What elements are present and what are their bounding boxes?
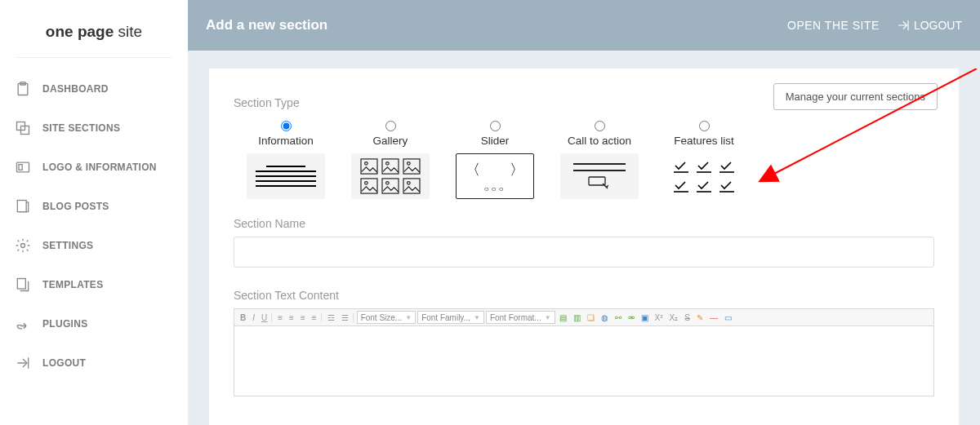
sidebar-item-label: PLUGINS <box>42 318 87 330</box>
bg-color-button[interactable]: ◍ <box>599 313 611 322</box>
editor-body[interactable] <box>234 326 934 396</box>
type-illustration-cta <box>560 153 639 199</box>
ordered-list-button[interactable]: ☲ <box>325 313 337 322</box>
section-types: Information Gallery <box>234 116 934 199</box>
svg-rect-19 <box>403 179 420 193</box>
type-label: Gallery <box>338 135 443 147</box>
italic-button[interactable]: I <box>250 313 257 322</box>
type-illustration-slider: 〈〉 ○○○ <box>456 153 534 199</box>
svg-rect-5 <box>19 165 22 170</box>
type-radio-gallery[interactable] <box>385 121 396 131</box>
svg-point-7 <box>21 244 25 248</box>
editor-toolbar: B I U ≡ ≡ ≡ ≡ ☲ ☰ Font Size...▼ Font Fam… <box>234 308 934 326</box>
font-size-select[interactable]: Font Size...▼ <box>357 311 416 324</box>
superscript-button[interactable]: X² <box>653 313 666 322</box>
svg-point-16 <box>365 182 368 185</box>
sidebar-item-templates[interactable]: TEMPLATES <box>0 265 188 304</box>
clipboard-icon <box>15 81 31 97</box>
type-gallery[interactable]: Gallery <box>338 116 443 199</box>
sidebar-item-label: TEMPLATES <box>42 279 103 290</box>
page-title: Add a new section <box>206 17 771 33</box>
type-label: Information <box>234 135 338 147</box>
type-label: Slider <box>443 135 547 147</box>
font-format-select[interactable]: Font Format...▼ <box>486 311 555 324</box>
blog-icon <box>15 198 31 215</box>
svg-point-12 <box>386 162 390 166</box>
text-color-button[interactable]: ❏ <box>585 313 597 322</box>
svg-point-20 <box>408 182 411 185</box>
type-information[interactable]: Information <box>234 116 338 199</box>
sidebar-item-blog[interactable]: BLOG POSTS <box>0 187 188 226</box>
type-radio-features[interactable] <box>699 121 710 131</box>
align-justify-button[interactable]: ≡ <box>310 313 322 322</box>
svg-rect-15 <box>361 179 377 193</box>
sidebar-item-dashboard[interactable]: DASHBOARD <box>0 69 188 108</box>
logo-bold: one page <box>46 23 114 40</box>
logout-icon <box>15 355 31 371</box>
type-radio-information[interactable] <box>281 121 292 131</box>
type-cta[interactable]: Call to action <box>547 116 652 199</box>
font-family-select[interactable]: Font Family...▼ <box>417 311 484 324</box>
section-name-input[interactable] <box>234 237 934 268</box>
media-button[interactable]: ▭ <box>722 313 734 322</box>
type-radio-slider[interactable] <box>490 121 501 131</box>
svg-rect-6 <box>17 201 26 212</box>
gear-icon <box>15 237 31 254</box>
sidebar-item-logo-info[interactable]: LOGO & INFORMATION <box>0 148 188 187</box>
subscript-button[interactable]: X₂ <box>667 313 681 322</box>
hr-button[interactable]: — <box>707 313 720 322</box>
type-illustration-features <box>665 153 743 199</box>
sidebar-item-label: BLOG POSTS <box>42 201 109 212</box>
type-label: Features list <box>652 135 756 147</box>
sidebar-item-logout[interactable]: LOGOUT <box>0 343 188 383</box>
align-left-button[interactable]: ≡ <box>275 313 285 322</box>
unlink-button[interactable]: ⚮ <box>626 313 637 322</box>
logo: one page site <box>0 16 188 57</box>
sidebar-item-label: LOGOUT <box>42 357 86 369</box>
type-label: Call to action <box>547 135 652 147</box>
open-site-link[interactable]: OPEN THE SITE <box>787 19 880 32</box>
sidebar-item-label: DASHBOARD <box>42 83 109 95</box>
manage-sections-button[interactable]: Manage your current sections <box>773 83 938 110</box>
type-illustration-information <box>247 153 325 199</box>
sections-icon <box>15 120 31 136</box>
plugins-icon <box>15 316 31 332</box>
link-button[interactable]: ⚯ <box>612 313 624 322</box>
sidebar: one page site DASHBOARD SITE SECTIONS LO… <box>0 0 188 425</box>
sidebar-item-sections[interactable]: SITE SECTIONS <box>0 108 188 148</box>
logo-light: site <box>114 23 142 40</box>
strikethrough-button[interactable]: S <box>682 313 693 322</box>
type-radio-cta[interactable] <box>595 121 605 131</box>
topbar-logout[interactable]: LOGOUT <box>896 18 962 33</box>
section-name-label: Section Name <box>234 217 934 230</box>
sidebar-item-label: LOGO & INFORMATION <box>42 162 157 173</box>
type-features[interactable]: Features list <box>652 116 756 199</box>
svg-point-18 <box>386 182 390 185</box>
svg-rect-17 <box>382 179 399 193</box>
divider <box>16 57 172 58</box>
svg-point-10 <box>365 162 368 166</box>
unordered-list-button[interactable]: ☰ <box>339 313 354 322</box>
sidebar-item-settings[interactable]: SETTINGS <box>0 226 188 265</box>
underline-button[interactable]: U <box>259 313 272 322</box>
templates-icon <box>15 277 31 293</box>
image-button[interactable]: ▣ <box>639 313 651 322</box>
logout-icon <box>896 18 911 33</box>
type-slider[interactable]: Slider 〈〉 ○○○ <box>443 116 547 199</box>
svg-rect-9 <box>361 159 377 174</box>
svg-rect-13 <box>403 159 420 174</box>
indent-button[interactable]: ▤ <box>557 313 569 322</box>
sidebar-item-label: SITE SECTIONS <box>42 122 120 134</box>
sidebar-item-plugins[interactable]: PLUGINS <box>0 304 188 343</box>
align-center-button[interactable]: ≡ <box>287 313 296 322</box>
align-right-button[interactable]: ≡ <box>298 313 308 322</box>
svg-point-14 <box>408 162 411 166</box>
logo-info-icon <box>15 159 31 175</box>
bold-button[interactable]: B <box>238 313 248 322</box>
section-text-label: Section Text Content <box>234 289 934 302</box>
svg-rect-11 <box>382 159 399 174</box>
clear-format-button[interactable]: ✎ <box>694 313 706 322</box>
sidebar-item-label: SETTINGS <box>42 240 93 251</box>
outdent-button[interactable]: ▥ <box>571 313 583 322</box>
card: Manage your current sections Section Typ… <box>209 69 959 425</box>
